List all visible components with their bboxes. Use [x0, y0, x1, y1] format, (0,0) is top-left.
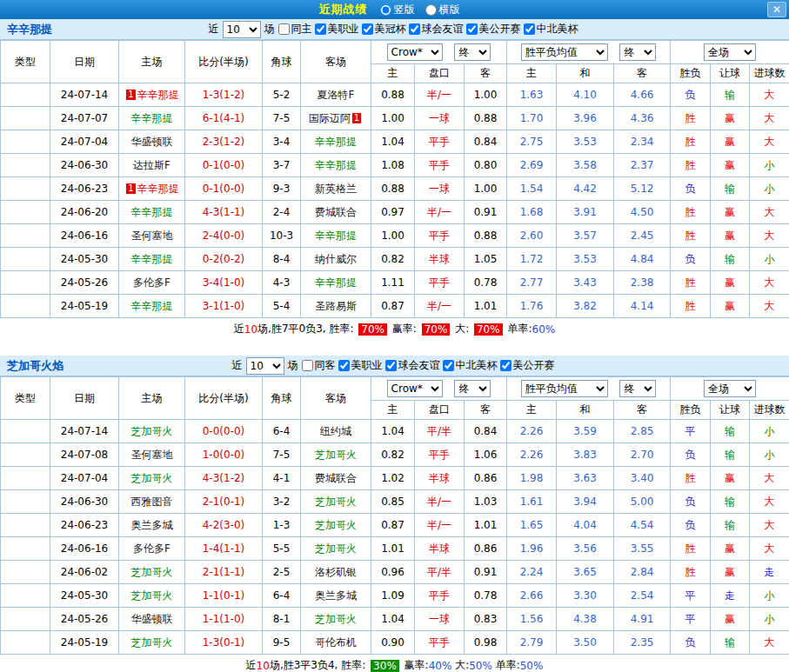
away-team-cell: 辛辛那提: [301, 224, 371, 248]
league-filter-美职业[interactable]: 美职业: [338, 358, 383, 373]
team-link[interactable]: 新英格兰: [315, 183, 357, 195]
team-link[interactable]: 夏洛特F: [318, 89, 355, 101]
result-winloss-cell: 胜: [671, 201, 711, 224]
league-filter-中北美杯[interactable]: 中北美杯: [524, 22, 578, 37]
team-link[interactable]: 芝加哥火: [315, 542, 357, 555]
home-team-cell: 芝加哥火: [119, 561, 185, 584]
team-link[interactable]: 辛辛那提: [315, 159, 357, 171]
close-button[interactable]: ✕: [767, 2, 786, 17]
team-link[interactable]: 圣何塞地: [131, 449, 173, 461]
col-header-corners: 角球: [263, 377, 301, 420]
team-link[interactable]: 费城联合: [315, 472, 357, 484]
team-link[interactable]: 芝加哥火: [315, 613, 357, 625]
team-link[interactable]: 纳什威尔: [315, 253, 357, 265]
league-filter-中北美杯[interactable]: 中北美杯: [443, 358, 498, 373]
asia-handicap: 半球: [415, 467, 465, 490]
league-filter-checkbox[interactable]: [409, 23, 420, 35]
league-filter-checkbox[interactable]: [302, 360, 313, 371]
team-link[interactable]: 圣路易斯: [315, 300, 357, 312]
league-filter-checkbox[interactable]: [315, 23, 326, 35]
team-link[interactable]: 圣何塞地: [131, 230, 173, 242]
team-link[interactable]: 辛辛那提: [137, 183, 179, 195]
league-filter-球会友谊[interactable]: 球会友谊: [409, 22, 464, 37]
team-link[interactable]: 华盛顿联: [131, 613, 173, 625]
europe-time-select[interactable]: 终: [619, 43, 656, 61]
team-link[interactable]: 芝加哥火: [315, 519, 357, 531]
league-filter-checkbox[interactable]: [443, 360, 454, 371]
team-link[interactable]: 辛辛那提: [131, 112, 173, 124]
team-link[interactable]: 多伦多F: [133, 276, 171, 289]
league-filter-checkbox[interactable]: [500, 360, 512, 371]
europe-odds-select[interactable]: 胜平负均值: [521, 380, 608, 397]
team-name[interactable]: 辛辛那提: [7, 22, 52, 37]
asia-away-odds: 0.84: [465, 420, 507, 443]
team-link[interactable]: 辛辛那提: [315, 136, 357, 148]
asia-away-odds: 0.86: [465, 537, 507, 561]
league-type-cell: 美职业: [1, 608, 50, 631]
team-link[interactable]: 芝加哥火: [131, 566, 173, 578]
team-link[interactable]: 辛辛那提: [131, 206, 173, 218]
result-goals-cell: 大: [750, 295, 789, 318]
team-link[interactable]: 费城联合: [315, 206, 357, 218]
layout-mode-vertical[interactable]: 竖版: [380, 3, 415, 17]
team-name[interactable]: 芝加哥火焰: [7, 358, 64, 374]
league-filter-checkbox[interactable]: [466, 23, 478, 35]
odds-company-select[interactable]: Crow*: [387, 380, 443, 397]
league-filter-美公开赛[interactable]: 美公开赛: [466, 22, 521, 37]
odds-time-select[interactable]: 终: [454, 43, 491, 61]
summary-segment: 近: [246, 658, 257, 672]
league-filter-同客[interactable]: 同客: [302, 358, 336, 373]
europe-time-select[interactable]: 终: [619, 380, 656, 397]
team-link[interactable]: 辛辛那提: [137, 89, 179, 101]
recent-count-select[interactable]: 10: [223, 21, 261, 38]
team-link[interactable]: 辛辛那提: [131, 300, 173, 312]
team-link[interactable]: 奥兰多城: [315, 589, 357, 602]
league-filter-checkbox[interactable]: [524, 23, 535, 35]
team-link[interactable]: 芝加哥火: [131, 472, 173, 484]
league-filter-美职业[interactable]: 美职业: [315, 22, 359, 37]
result-handicap-cell: 赢: [711, 130, 750, 154]
team-link[interactable]: 国际迈阿: [309, 112, 351, 124]
odds-company-select[interactable]: Crow*: [387, 43, 443, 61]
scope-select[interactable]: 全场: [704, 380, 756, 397]
team-link[interactable]: 西雅图音: [131, 496, 173, 508]
match-score-cell: 3-1(1-0): [185, 295, 263, 318]
corners-cell: 2-4: [263, 201, 301, 224]
scope-select[interactable]: 全场: [704, 43, 756, 61]
team-link[interactable]: 辛辛那提: [315, 276, 357, 289]
match-row: 美职业24-06-231辛辛那提0-1(0-0)9-3新英格兰0.88一球1.0…: [1, 177, 789, 201]
europe-home-odds: 1.54: [507, 177, 557, 201]
league-filter-checkbox[interactable]: [338, 360, 350, 371]
team-link[interactable]: 芝加哥火: [131, 425, 173, 437]
league-filter-美公开赛[interactable]: 美公开赛: [500, 358, 555, 373]
team-link[interactable]: 奥兰多城: [131, 519, 173, 531]
team-section-chicago-fire: 芝加哥火焰 近 10 场 同客美职业球会友谊中北美杯美公开赛 类型 日期 主场 …: [0, 356, 789, 672]
horizontal-radio[interactable]: [425, 4, 437, 16]
team-link[interactable]: 多伦多F: [133, 542, 171, 555]
league-filter-checkbox[interactable]: [385, 360, 397, 371]
league-filter-球会友谊[interactable]: 球会友谊: [385, 358, 440, 373]
team-link[interactable]: 洛杉矶银: [315, 566, 357, 578]
vertical-radio[interactable]: [380, 4, 391, 16]
league-filter-checkbox[interactable]: [362, 23, 373, 35]
team-link[interactable]: 纽约城: [320, 425, 351, 437]
odds-time-select[interactable]: 终: [454, 380, 491, 397]
layout-mode-horizontal[interactable]: 横版: [425, 3, 460, 17]
team-link[interactable]: 达拉斯F: [133, 159, 171, 171]
team-link[interactable]: 芝加哥火: [315, 449, 357, 461]
league-filter-同主[interactable]: 同主: [278, 22, 312, 37]
team-link[interactable]: 芝加哥火: [315, 496, 357, 508]
team-link[interactable]: 芝加哥火: [131, 636, 173, 649]
league-filter-checkbox[interactable]: [278, 23, 290, 35]
team-link[interactable]: 芝加哥火: [131, 589, 173, 602]
match-score-cell: 4-2(3-0): [185, 514, 263, 537]
asia-home-odds: 0.90: [371, 631, 415, 655]
league-filter-美冠杯[interactable]: 美冠杯: [362, 22, 406, 37]
team-link[interactable]: 华盛顿联: [131, 136, 173, 148]
recent-count-select[interactable]: 10: [246, 357, 284, 375]
asia-home-odds: 0.88: [371, 83, 415, 107]
europe-odds-select[interactable]: 胜平负均值: [521, 43, 608, 61]
team-link[interactable]: 辛辛那提: [315, 230, 357, 242]
team-link[interactable]: 辛辛那提: [131, 253, 173, 265]
team-link[interactable]: 哥伦布机: [315, 636, 357, 649]
